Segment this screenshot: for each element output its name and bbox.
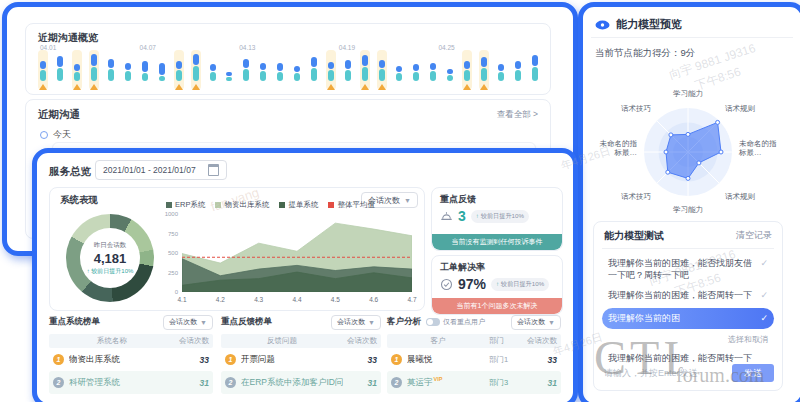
table-row[interactable]: 1晨曦悦部门133 [387,348,561,371]
legend-swatch [328,202,334,208]
bar-blue-segment [345,60,351,69]
today-group: 今天 [40,128,71,141]
message-text: 我理解你当前的困难，能否周转一下 [608,289,756,301]
select-cancel-label: 选择和取消 [602,332,774,348]
comm-bar [532,53,538,81]
axis-tick: 250 [168,270,178,276]
radar-svg [618,102,758,202]
comm-bar [379,53,385,81]
test-message[interactable]: 我理解你当前的困难，能否找朋友借一下吧？周转一下吧✓ [602,253,774,285]
comm-bar [159,53,165,81]
bar-blue-segment [57,56,63,67]
row-dept: 部门1 [489,355,523,365]
rank-medal-icon: 1 [53,354,64,365]
warning-triangle-icon [480,84,488,90]
rank-medal-icon: 2 [225,377,236,388]
clear-records-link[interactable]: 清空记录 [736,229,772,243]
axis-tick: 1000 [165,211,178,217]
column-label: 部门 [489,336,523,346]
bar-blue-segment [159,63,165,75]
table-row[interactable]: 1物资出库系统33 [49,348,213,371]
comm-bar [481,53,487,81]
warning-triangle-icon [90,84,98,90]
check-icon: ✓ [756,257,768,269]
warning-triangle-icon [73,84,81,90]
divider [602,248,774,249]
test-message[interactable]: 我理解你当前的困难，能否周转一下✓ [602,285,774,305]
axis-tick: 4.2 [216,296,225,303]
bar-teal-segment [74,72,80,81]
comm-bar [57,53,63,81]
message-text: 我理解你当前的困难，能否找朋友借一下吧？周转一下吧 [608,257,756,281]
table-column-header: 反馈问题会话次数 [221,334,381,348]
bar-teal-segment [176,70,182,81]
donut-value: 4,181 [94,251,127,266]
bar-blue-segment [226,72,232,76]
legend-item: 物资出库系统 [215,200,269,210]
test-message[interactable]: 我理解你当前的困✓ [602,308,774,328]
bar-teal-segment [142,73,148,81]
table-row[interactable]: 1开票问题33 [221,348,381,371]
rank-table-2: 客户分析仅看重点用户会话次数▼客户部门会话次数1晨曦悦部门1332莫运宇VIP部… [387,313,561,397]
table-column-header: 客户部门会话次数 [387,334,561,348]
today-bullet-icon [40,131,48,139]
capability-logo-icon [595,20,610,30]
axis-tick: 500 [168,250,178,256]
area-x-axis: 4.14.24.34.44.54.64.7 [182,296,412,306]
comm-overview-card: 近期沟通概览 04.0104.0704.1304.1904.25 [25,23,551,95]
bar-blue-segment [108,59,114,68]
donut-center: 昨日会话数 4,181 ↑ 较前日提升10% [80,228,140,288]
table-row[interactable]: 2莫运宇VIP部门331 [387,371,561,394]
column-label: 客户 [387,336,489,346]
check-icon: ✓ [756,289,768,301]
bar-teal-segment [515,70,521,81]
row-value: 33 [343,355,381,365]
capability-test-title: 能力模型测试 [604,229,664,243]
comm-bar [210,53,216,81]
table-row[interactable]: 2科研管理系统31 [49,371,213,394]
bar-blue-segment [515,61,521,69]
bar-teal-segment [57,68,63,81]
system-performance-card: 系统表现 会话次数 ▼ 昨日会话数 4,181 ↑ 较前日提升10% ERP系统… [49,187,425,311]
rank-medal-icon: 2 [391,377,402,388]
table-row[interactable]: 2在ERP系统中添加客户ID问题31 [221,371,381,394]
service-dashboard-frame: 服务总览 2021/01/01 - 2021/01/07 系统表现 会话次数 ▼… [32,148,578,402]
screenshot-stage: 近期沟通概览 04.0104.0704.1304.1904.25 近期沟通 查看… [0,0,800,402]
key-feedback-card: 重点反馈 3 ↑ 较前日提升10% 当前没有监测到任何投诉事件 [431,187,563,251]
chat-input[interactable] [602,367,732,379]
row-name: 晨曦悦 [407,354,489,366]
table-sort-dropdown[interactable]: 会话次数▼ [511,315,561,330]
area-chart-svg [182,218,412,292]
capability-header: 能力模型预览 [595,17,682,32]
axis-tick: 04.07 [140,44,156,51]
rank-medal-icon: 1 [391,354,402,365]
warning-triangle-icon [39,84,47,90]
row-name: 开票问题 [241,354,343,366]
system-performance-title: 系统表现 [60,194,98,207]
vip-toggle[interactable] [426,318,440,326]
table-sort-dropdown[interactable]: 会话次数▼ [331,315,381,330]
date-range-picker[interactable]: 2021/01/01 - 2021/01/07 [95,160,227,180]
capability-test-header: 能力模型测试 清空记录 [604,229,772,243]
bar-teal-segment [260,71,266,81]
row-dept: 部门3 [489,378,523,388]
table-sort-dropdown[interactable]: 会话次数▼ [163,315,213,330]
axis-tick: 4.3 [254,296,263,303]
bar-teal-segment [159,76,165,81]
comm-bar [515,53,521,81]
view-all-link[interactable]: 查看全部 > [497,109,538,121]
bar-teal-segment [40,70,46,81]
bar-blue-segment [379,60,385,68]
send-button[interactable]: 发送 [732,364,774,382]
vip-toggle-label: 仅看重点用户 [443,317,485,327]
message-text: 我理解你当前的困 [608,312,756,324]
comm-bar [142,53,148,81]
bar-teal-segment [294,73,300,81]
message-list: 我理解你当前的困难，能否找朋友借一下吧？周转一下吧✓我理解你当前的困难，能否周转… [602,253,774,368]
table-title: 客户分析 [387,316,421,328]
table-header: 重点反馈榜单会话次数▼ [221,313,381,331]
table-column-header: 系统名称会话次数 [49,334,213,348]
bar-teal-segment [430,71,436,81]
system-area-chart [182,218,412,292]
legend-swatch [215,202,221,208]
